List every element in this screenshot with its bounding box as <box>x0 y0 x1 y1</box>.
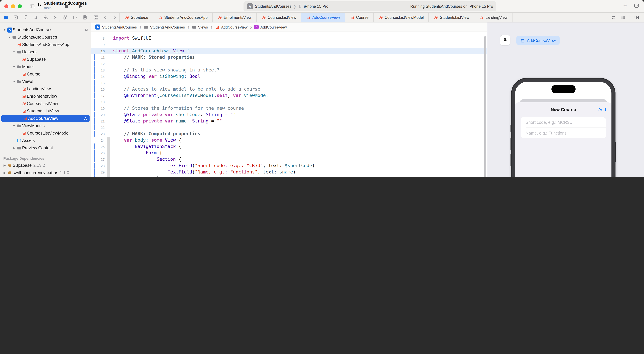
sidebar-item-Preview Content[interactable]: ▶Preview Content <box>0 144 91 152</box>
tab-AddCourseView[interactable]: AddCourseView <box>301 13 345 22</box>
tab-Supabase[interactable]: Supabase <box>120 13 153 22</box>
code-line-28[interactable]: 28 TextField("Short code, e.g.: MCR3U", … <box>91 162 487 169</box>
breadcrumb-item[interactable]: SAddCourseView <box>254 25 287 29</box>
sidebar-item-Course[interactable]: Course <box>0 71 91 78</box>
name-field[interactable]: Name, e.g.: Functions <box>520 128 606 138</box>
chevron-down-icon[interactable]: ▼ <box>8 36 12 39</box>
reports-navigator-icon[interactable] <box>82 15 88 20</box>
add-editor-tab-button[interactable]: ＋ <box>622 3 628 9</box>
sidebar-item-Assets[interactable]: Assets <box>0 137 91 144</box>
preview-target-pill[interactable]: AddCourseView <box>516 36 560 45</box>
short-code-field[interactable]: Short code, e.g.: MCR3U <box>520 117 606 128</box>
tab-CoursesListViewModel[interactable]: CoursesListViewModel <box>374 13 429 22</box>
code-line-20[interactable]: 20 @State private var shortCode: String … <box>91 111 487 118</box>
sidebar-item-Helpers[interactable]: ▼Helpers <box>0 48 91 56</box>
toggle-navigator-icon[interactable] <box>28 3 36 10</box>
bookmarks-navigator-icon[interactable] <box>23 15 28 20</box>
sidebar-item-StudentsListView[interactable]: StudentsListView <box>0 107 91 115</box>
pin-preview-button[interactable] <box>500 35 510 45</box>
chevron-down-icon[interactable]: ▼ <box>12 51 16 54</box>
code-line-30[interactable]: 30 } <box>91 175 487 177</box>
package-item-swift-concurrency-extras[interactable]: ▶swift-concurrency-extras1.1.0 <box>0 169 91 176</box>
code-line-25[interactable]: 25 NavigationStack { <box>91 143 487 150</box>
form-card: Short code, e.g.: MCR3U Name, e.g.: Func… <box>520 117 606 138</box>
code-line-29[interactable]: 29 TextField("Name, e.g.: Functions", te… <box>91 169 487 175</box>
code-line-13[interactable]: 13 // Is this view showing in a sheet? <box>91 67 487 73</box>
editor-options-icon[interactable] <box>620 15 626 20</box>
code-line-12[interactable]: 12 <box>91 60 487 67</box>
tab-CoursesListView[interactable]: CoursesListView <box>256 13 301 22</box>
line-number: 8 <box>91 36 107 40</box>
editor-scrollbar[interactable] <box>484 36 486 177</box>
breadcrumb-item[interactable]: AStudentsAndCourses <box>95 25 137 30</box>
sidebar-item-Views[interactable]: ▼Views <box>0 78 91 85</box>
tests-navigator-icon[interactable] <box>53 15 58 20</box>
changes-navigator-icon[interactable] <box>13 15 18 20</box>
code-editor[interactable]: 8import SwiftUI910struct AddCourseView: … <box>91 32 487 177</box>
code-line-17[interactable]: 17 @Environment(CoursesListViewModel.sel… <box>91 92 487 99</box>
sidebar-item-Model[interactable]: ▼Model <box>0 63 91 71</box>
sidebar-item-CoursesListViewModel[interactable]: CoursesListViewModel <box>0 130 91 137</box>
sidebar-item-ViewModels[interactable]: ▼ViewModels <box>0 122 91 130</box>
scheme-status-pill[interactable]: A StudentsAndCourses ❯ iPhone 15 Pro Run… <box>244 1 496 12</box>
code-line-26[interactable]: 26 Form { <box>91 150 487 156</box>
package-item-Supabase[interactable]: ▶Supabase2.13.2 <box>0 162 91 169</box>
code-line-21[interactable]: 21 @State private var name: String = "" <box>91 118 487 124</box>
code-line-10[interactable]: 10struct AddCourseView: View { <box>91 48 487 54</box>
sidebar-item-StudentsAndCoursesApp[interactable]: StudentsAndCoursesApp <box>0 41 91 48</box>
code-line-24[interactable]: 24 var body: some View { <box>91 137 487 143</box>
code-line-8[interactable]: 8import SwiftUI <box>91 35 487 41</box>
chevron-down-icon[interactable]: ▼ <box>12 80 16 83</box>
fold-ribbon <box>107 162 110 169</box>
code-line-18[interactable]: 18 <box>91 99 487 105</box>
breakpoints-navigator-icon[interactable] <box>72 15 78 20</box>
code-line-15[interactable]: 15 <box>91 80 487 86</box>
code-line-23[interactable]: 23 // MARK: Computed properties <box>91 131 487 137</box>
chevron-right-icon[interactable]: ▶ <box>3 164 7 167</box>
tab-LandingView[interactable]: LandingView <box>474 13 512 22</box>
sidebar-item-AddCourseView[interactable]: AddCourseViewA <box>1 115 90 122</box>
sidebar-item-EnrolmentsView[interactable]: EnrolmentsView <box>0 93 91 100</box>
package-item-swift-crypto[interactable]: ▶swift-crypto3.4.0 <box>0 176 91 177</box>
zoom-window-button[interactable] <box>18 4 22 9</box>
tab-StudentsListView[interactable]: StudentsListView <box>429 13 474 22</box>
code-review-icon[interactable] <box>611 15 616 20</box>
code-line-11[interactable]: 11 // MARK: Stored properties <box>91 54 487 60</box>
code-line-22[interactable]: 22 <box>91 124 487 131</box>
scheme-device[interactable]: iPhone 15 Pro <box>304 4 328 9</box>
chevron-down-icon[interactable]: ▼ <box>12 65 16 68</box>
chevron-right-icon[interactable]: ▶ <box>12 146 16 150</box>
chevron-right-icon[interactable]: ▶ <box>3 171 7 174</box>
find-navigator-icon[interactable] <box>33 15 38 20</box>
tab-StudentsAndCoursesApp[interactable]: StudentsAndCoursesApp <box>153 13 213 22</box>
split-editor-icon[interactable] <box>634 15 639 20</box>
back-icon[interactable] <box>100 13 110 22</box>
sidebar-item-StudentsAndCourses[interactable]: ▼StudentsAndCourses <box>0 34 91 41</box>
sidebar-item-CoursesListView[interactable]: CoursesListView <box>0 100 91 107</box>
code-line-14[interactable]: 14 @Binding var isShowing: Bool <box>91 73 487 80</box>
tab-Course[interactable]: Course <box>345 13 374 22</box>
minimize-window-button[interactable] <box>11 4 15 9</box>
tab-EnrolmentsView[interactable]: EnrolmentsView <box>213 13 256 22</box>
breadcrumb-item[interactable]: AddCourseView <box>215 25 247 29</box>
code-line-19[interactable]: 19 // Stores the information for the new… <box>91 105 487 111</box>
toggle-inspector-icon[interactable] <box>634 3 639 8</box>
issues-navigator-icon[interactable] <box>43 15 48 20</box>
project-navigator-icon[interactable] <box>3 15 9 20</box>
sidebar-item-Supabase[interactable]: Supabase <box>0 56 91 63</box>
code-line-27[interactable]: 27 Section { <box>91 156 487 162</box>
debug-navigator-icon[interactable] <box>62 15 68 20</box>
sidebar-item-StudentsAndCourses[interactable]: ▼AStudentsAndCoursesM <box>0 26 91 34</box>
breadcrumb-item[interactable]: StudentsAndCourses <box>144 25 185 29</box>
add-course-button[interactable]: Add <box>598 107 606 112</box>
sidebar-item-LandingView[interactable]: LandingView <box>0 85 91 93</box>
tab-overview-icon[interactable] <box>91 13 100 22</box>
forward-icon[interactable] <box>110 13 120 22</box>
scheme-project[interactable]: StudentsAndCourses <box>255 4 291 9</box>
close-window-button[interactable] <box>4 4 8 9</box>
chevron-down-icon[interactable]: ▼ <box>3 28 7 31</box>
chevron-down-icon[interactable]: ▼ <box>12 124 16 127</box>
code-line-16[interactable]: 16 // Access to view model to be able to… <box>91 86 487 92</box>
breadcrumb-item[interactable]: Views <box>192 25 208 29</box>
code-line-9[interactable]: 9 <box>91 41 487 48</box>
